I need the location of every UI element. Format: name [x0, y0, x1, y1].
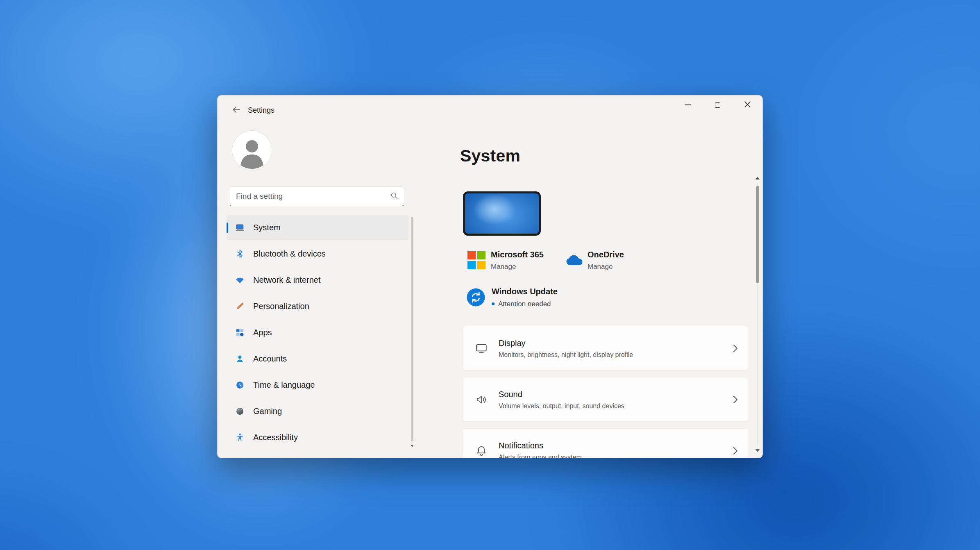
accessibility-icon	[235, 433, 245, 443]
content-scrollbar[interactable]	[755, 177, 760, 452]
accounts-icon	[235, 354, 245, 364]
personalization-icon	[235, 302, 245, 311]
sidebar-item-label: Gaming	[253, 407, 282, 416]
apps-icon	[235, 328, 245, 338]
card-description: Monitors, brightness, night light, displ…	[499, 351, 733, 359]
content-scroll-up-icon[interactable]	[755, 177, 760, 180]
sidebar-item-label: Network & internet	[253, 275, 321, 285]
settings-window: Settings	[217, 95, 763, 458]
person-icon	[232, 131, 272, 170]
chevron-right-icon	[733, 344, 738, 352]
microsoft-365-icon	[467, 251, 485, 269]
service-name: OneDrive	[588, 250, 624, 259]
sidebar-scrollbar-thumb[interactable]	[411, 217, 413, 441]
bluetooth-icon	[235, 249, 245, 259]
sidebar-item-label: Accounts	[253, 354, 287, 364]
card-description: Volume levels, output, input, sound devi…	[499, 402, 733, 410]
sidebar-item-time-language[interactable]: Time & language	[227, 373, 408, 398]
device-thumbnail	[463, 191, 541, 236]
manage-link[interactable]: Manage	[588, 263, 624, 270]
network-icon	[235, 275, 245, 285]
card-display[interactable]: Display Monitors, brightness, night ligh…	[462, 326, 749, 370]
settings-card-list: Display Monitors, brightness, night ligh…	[462, 326, 749, 458]
card-sound[interactable]: Sound Volume levels, output, input, soun…	[462, 377, 749, 422]
sidebar-nav: System Bluetooth & devices Network & int…	[227, 215, 408, 451]
back-arrow-icon	[232, 105, 240, 116]
window-title: Settings	[248, 106, 274, 115]
chevron-right-icon	[733, 395, 738, 404]
attention-dot	[492, 302, 495, 305]
sidebar-item-label: Time & language	[253, 380, 315, 390]
windows-update-title: Windows Update	[492, 286, 558, 296]
sidebar-item-label: Personalization	[253, 302, 309, 311]
service-name: Microsoft 365	[491, 250, 544, 259]
windows-update-link[interactable]: Windows Update Attention needed	[467, 286, 558, 308]
microsoft-365-link[interactable]: Microsoft 365 Manage	[467, 250, 544, 270]
sidebar-item-personalization[interactable]: Personalization	[227, 294, 408, 319]
sidebar-item-accessibility[interactable]: Accessibility	[227, 425, 408, 450]
sound-icon	[475, 393, 488, 406]
user-avatar[interactable]	[232, 131, 272, 170]
sidebar-item-gaming[interactable]: Gaming	[227, 399, 408, 424]
search-icon	[390, 192, 398, 201]
sidebar-item-label: Bluetooth & devices	[253, 249, 326, 259]
card-title: Display	[499, 338, 733, 348]
content-scrollbar-thumb[interactable]	[756, 186, 759, 283]
search-input[interactable]	[236, 192, 390, 201]
notifications-icon	[475, 445, 488, 457]
sidebar-item-apps[interactable]: Apps	[227, 320, 408, 345]
card-title: Notifications	[499, 441, 733, 450]
manage-link[interactable]: Manage	[491, 263, 544, 270]
search-box	[229, 186, 404, 206]
page-title: System	[460, 146, 520, 166]
card-title: Sound	[499, 389, 733, 399]
sidebar-item-label: Apps	[253, 328, 272, 337]
back-button[interactable]	[229, 104, 243, 117]
time-language-icon	[235, 380, 245, 390]
onedrive-icon	[565, 253, 585, 267]
selected-indicator	[227, 223, 228, 233]
card-description: Alerts from apps and system	[499, 454, 733, 459]
windows-update-icon	[467, 288, 485, 307]
windows-update-status: Attention needed	[498, 300, 551, 308]
sidebar-item-system[interactable]: System	[227, 215, 408, 240]
sidebar-item-label: Accessibility	[253, 433, 298, 442]
gaming-icon	[235, 407, 245, 416]
system-icon	[235, 223, 245, 233]
sidebar-scroll-down-icon[interactable]	[411, 445, 414, 447]
sidebar-item-bluetooth-devices[interactable]: Bluetooth & devices	[227, 241, 408, 266]
card-notifications[interactable]: Notifications Alerts from apps and syste…	[462, 428, 749, 458]
sidebar-item-network-internet[interactable]: Network & internet	[227, 268, 408, 293]
sidebar-item-accounts[interactable]: Accounts	[227, 346, 408, 371]
main-content: System Microsoft 365 Manage OneDrive Man…	[462, 95, 749, 458]
sidebar-scrollbar[interactable]	[410, 217, 414, 455]
content-scroll-down-icon[interactable]	[755, 449, 760, 452]
sidebar-item-label: System	[253, 223, 281, 232]
chevron-right-icon	[733, 447, 738, 455]
onedrive-link[interactable]: OneDrive Manage	[565, 250, 624, 270]
display-icon	[475, 342, 488, 355]
